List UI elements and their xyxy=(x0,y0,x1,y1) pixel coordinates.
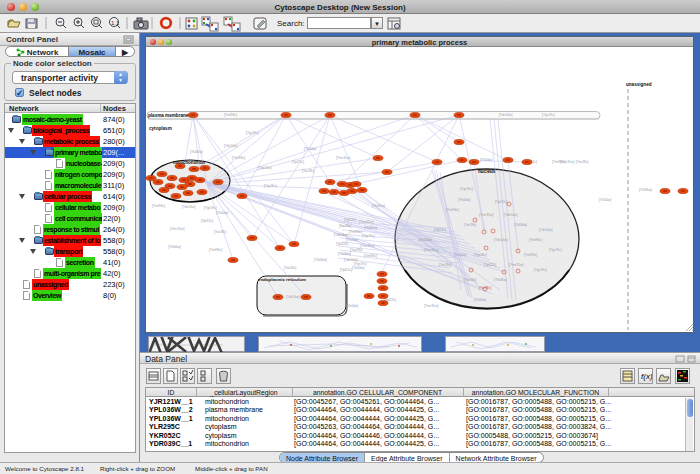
svg-text:[Ygr19c]: [Ygr19c] xyxy=(460,187,473,191)
svg-text:[Ygr19c]: [Ygr19c] xyxy=(264,184,277,188)
svg-text:[Ydr14w]: [Ydr14w] xyxy=(494,238,507,242)
svg-text:[Yml96c]: [Yml96c] xyxy=(524,253,537,257)
svg-text:[Yor28c]: [Yor28c] xyxy=(350,248,362,252)
svg-text:[Ypl22c]: [Ypl22c] xyxy=(484,263,496,267)
svg-text:[Yml96c]: [Yml96c] xyxy=(552,160,565,164)
svg-text:[Ygr19c]: [Ygr19c] xyxy=(362,234,375,238)
svg-text:unassigned: unassigned xyxy=(626,82,652,87)
svg-text:[Yml96c]: [Yml96c] xyxy=(224,113,237,117)
svg-text:[Ykl06w]: [Ykl06w] xyxy=(338,252,351,256)
svg-text:cytoplasm: cytoplasm xyxy=(149,126,172,131)
svg-text:[Ylr44w]: [Ylr44w] xyxy=(304,147,316,151)
svg-text:[Yml96c]: [Yml96c] xyxy=(209,248,222,252)
svg-text:[Ydr14w]: [Ydr14w] xyxy=(499,113,512,117)
svg-text:[Ylr44w]: [Ylr44w] xyxy=(216,211,228,215)
svg-text:[Yor28c]: [Yor28c] xyxy=(576,160,588,164)
svg-text:[Ymr31w]: [Ymr31w] xyxy=(509,263,523,267)
svg-text:[Ypl22c]: [Ypl22c] xyxy=(340,268,352,272)
svg-text:[Yml96c]: [Yml96c] xyxy=(152,204,165,208)
svg-text:[Ydr14w]: [Ydr14w] xyxy=(539,228,552,232)
svg-text:[Ygr19c]: [Ygr19c] xyxy=(542,113,555,117)
svg-text:[Ypl22c]: [Ypl22c] xyxy=(336,242,348,246)
svg-text:[Ymr31w]: [Ymr31w] xyxy=(170,227,184,231)
svg-text:[Ypl22c]: [Ypl22c] xyxy=(292,160,304,164)
svg-text:[Ylr44w]: [Ylr44w] xyxy=(352,266,364,270)
svg-text:[Ydr14w]: [Ydr14w] xyxy=(334,233,347,237)
svg-text:[Yml96c]: [Yml96c] xyxy=(446,208,459,212)
svg-text:mitochondrion: mitochondrion xyxy=(173,160,205,165)
svg-text:[Yor28c]: [Yor28c] xyxy=(464,223,476,227)
svg-text:[Ykl06w]: [Ykl06w] xyxy=(494,278,507,282)
svg-text:[Ylr44w]: [Ylr44w] xyxy=(454,253,466,257)
svg-text:[Ykl06w]: [Ykl06w] xyxy=(168,245,181,249)
svg-text:[Ylr44w]: [Ylr44w] xyxy=(599,198,611,202)
svg-text:[Ylr44w]: [Ylr44w] xyxy=(480,158,492,162)
svg-text:endoplasmic reticulum: endoplasmic reticulum xyxy=(258,277,306,282)
svg-text:[Ypl22c]: [Ypl22c] xyxy=(201,219,213,223)
svg-text:[Ykl06w]: [Ykl06w] xyxy=(314,258,327,262)
svg-text:[Yml96c]: [Yml96c] xyxy=(364,254,377,258)
svg-text:[Ylr44w]: [Ylr44w] xyxy=(474,298,486,302)
svg-text:[Ygr19c]: [Ygr19c] xyxy=(549,248,562,252)
svg-text:[Yer88c]: [Yer88c] xyxy=(479,286,491,290)
svg-text:[Ymr31w]: [Ymr31w] xyxy=(424,248,438,252)
svg-text:f(x): f(x) xyxy=(641,372,652,381)
svg-text:[Ykl06w]: [Ykl06w] xyxy=(419,238,432,242)
svg-text:[Ypl22c]: [Ypl22c] xyxy=(434,228,446,232)
svg-text:[Ykl06w]: [Ykl06w] xyxy=(514,223,527,227)
svg-text:[Ymr31w]: [Ymr31w] xyxy=(336,156,350,160)
svg-text:[Yor28c]: [Yor28c] xyxy=(284,266,296,270)
svg-text:[Ypl22c]: [Ypl22c] xyxy=(495,200,507,204)
svg-text:[Ykl06w]: [Ykl06w] xyxy=(639,188,652,192)
svg-text:[Ygr19c]: [Ygr19c] xyxy=(474,253,487,257)
svg-text:[Yor28c]: [Yor28c] xyxy=(302,169,314,173)
svg-text:[Ylr44w]: [Ylr44w] xyxy=(346,304,358,308)
svg-text:[Ydr14w]: [Ydr14w] xyxy=(286,295,299,299)
svg-text:[Ykl06w]: [Ykl06w] xyxy=(372,204,385,208)
svg-text:[Yml96c]: [Yml96c] xyxy=(349,230,362,234)
svg-text:[Yor28c]: [Yor28c] xyxy=(339,224,351,228)
svg-text:[Ygr19c]: [Ygr19c] xyxy=(246,131,259,135)
svg-text:[Ylr44w]: [Ylr44w] xyxy=(458,198,470,202)
svg-text:[Yml96c]: [Yml96c] xyxy=(529,238,542,242)
svg-text:[Ydr14w]: [Ydr14w] xyxy=(224,144,237,148)
svg-text:[Ydr14w]: [Ydr14w] xyxy=(182,205,195,209)
svg-text:1:1: 1:1 xyxy=(111,20,120,26)
svg-text:[Yor28c]: [Yor28c] xyxy=(464,278,476,282)
svg-text:[Ykl06w]: [Ykl06w] xyxy=(364,226,377,230)
svg-text:[Ydr14w]: [Ydr14w] xyxy=(504,213,517,217)
svg-text:[Ymr31w]: [Ymr31w] xyxy=(479,213,493,217)
svg-text:nucleus: nucleus xyxy=(478,169,496,174)
svg-text:[Ygr19c]: [Ygr19c] xyxy=(534,268,547,272)
svg-text:[Ypl22c]: [Ypl22c] xyxy=(344,218,356,222)
svg-text:[Ydr14w]: [Ydr14w] xyxy=(258,166,271,170)
svg-text:[Yor28c]: [Yor28c] xyxy=(439,263,451,267)
svg-text:[Ymr31w]: [Ymr31w] xyxy=(359,220,373,224)
svg-text:[Yor28c]: [Yor28c] xyxy=(214,230,226,234)
svg-text:[Ymr31w]: [Ymr31w] xyxy=(424,304,438,308)
svg-text:[Ygr19c]: [Ygr19c] xyxy=(204,206,217,210)
svg-text:plasma membrane: plasma membrane xyxy=(148,113,189,118)
svg-text:[Ykl06w]: [Ykl06w] xyxy=(190,150,203,154)
svg-text:[Yml96c]: [Yml96c] xyxy=(232,156,245,160)
